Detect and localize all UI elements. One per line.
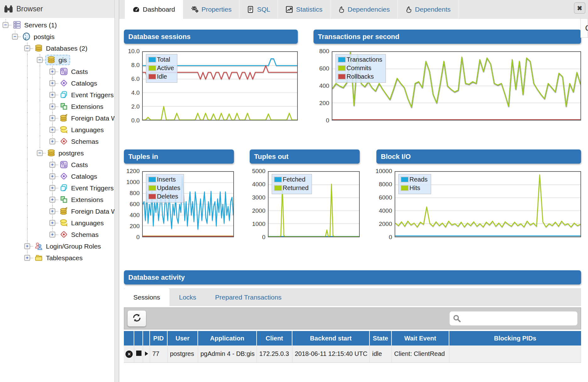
refresh-button[interactable]: [127, 310, 146, 327]
tree-guide: [27, 217, 28, 229]
activity-tab-prepared-transactions[interactable]: Prepared Transactions: [206, 288, 291, 306]
hand-icon: [338, 6, 345, 13]
y-axis-labels: 8006004002000: [313, 51, 332, 121]
expand-toggle-icon[interactable]: +: [49, 185, 55, 191]
activity-tab-strip: SessionsLocksPrepared Transactions: [124, 288, 581, 306]
collapse-toggle-icon[interactable]: −: [37, 57, 43, 63]
y-tick-label: 0: [389, 234, 392, 241]
legend-swatch: [338, 74, 346, 80]
tab-properties[interactable]: Properties: [183, 0, 240, 19]
app-window: Browser −Servers (1)−postgis−Databases (…: [0, 0, 588, 382]
expand-toggle-icon[interactable]: +: [49, 197, 55, 203]
sidebar-item-extensions[interactable]: +Extensions: [0, 194, 114, 205]
sidebar-item-postgis[interactable]: −postgis: [0, 31, 114, 42]
close-icon[interactable]: ✖: [574, 2, 585, 14]
sidebar-item-event-triggers[interactable]: +Event Triggers: [0, 182, 114, 194]
expand-toggle-icon[interactable]: +: [24, 243, 30, 249]
plot-area-block-io: ReadsHits: [395, 171, 581, 237]
cell-wait-event: Client: ClientRead: [391, 345, 449, 362]
tree-guide: [40, 66, 40, 77]
sidebar-item-servers-1[interactable]: −Servers (1): [0, 19, 114, 31]
sidebar-item-casts[interactable]: +Casts: [0, 159, 114, 171]
sidebar-item-catalogs[interactable]: +Catalogs: [0, 171, 114, 182]
y-tick-label: 0: [136, 234, 140, 241]
tree-item-label: Schemas: [71, 231, 99, 239]
tree-guide: [27, 182, 28, 194]
casts-icon: [59, 160, 69, 169]
expand-toggle-icon[interactable]: +: [24, 255, 30, 261]
database-activity-title: Database activity: [124, 270, 581, 284]
search-input[interactable]: [449, 311, 578, 326]
expand-toggle-icon[interactable]: +: [49, 173, 55, 179]
expand-toggle-icon[interactable]: +: [49, 80, 55, 86]
tab-dashboard[interactable]: Dashboard: [125, 0, 183, 19]
sidebar-item-gis[interactable]: −gis: [0, 54, 114, 66]
y-tick-label: 0: [262, 234, 265, 241]
dashboard-icon: [132, 6, 140, 13]
legend-swatch: [148, 74, 156, 80]
sidebar-item-catalogs[interactable]: +Catalogs: [0, 77, 114, 89]
sidebar-item-foreign-data-wrappers[interactable]: +Foreign Data Wrappers: [0, 205, 114, 217]
tab-statistics[interactable]: Statistics: [278, 0, 330, 19]
activity-tab-sessions[interactable]: Sessions: [124, 288, 169, 306]
tree-guide: [40, 136, 40, 147]
sidebar-item-foreign-data-wrappers[interactable]: +Foreign Data Wrappers: [0, 112, 114, 124]
sidebar-item-languages[interactable]: +Languages: [0, 217, 114, 229]
collapse-toggle-icon[interactable]: −: [24, 45, 30, 51]
expand-toggle-icon[interactable]: +: [49, 127, 55, 133]
sidebar-item-event-triggers[interactable]: +Event Triggers: [0, 89, 114, 101]
activity-tab-locks[interactable]: Locks: [169, 288, 206, 306]
column-header-icon: [124, 331, 134, 345]
tree-item-label: Languages: [71, 126, 104, 134]
sessions-table: PIDUserApplicationClientBackend startSta…: [124, 331, 581, 363]
y-tick-label: 10000: [375, 168, 392, 175]
chart-tuples-out: Tuples out500040003000200010000FetchedRe…: [250, 149, 360, 237]
browser-sidebar: Browser −Servers (1)−postgis−Databases (…: [0, 0, 115, 382]
expand-toggle-icon[interactable]: +: [49, 232, 55, 238]
tree-item-label: Casts: [71, 68, 88, 76]
tab-sql[interactable]: SQL: [239, 0, 278, 19]
plot-area-tuples-out: FetchedReturned: [268, 171, 360, 237]
expand-row-icon[interactable]: [143, 345, 150, 362]
cancel-session-icon[interactable]: ✕: [124, 345, 134, 362]
expand-toggle-icon[interactable]: +: [49, 208, 55, 214]
y-tick-label: 8000: [379, 181, 392, 188]
legend-label: Deletes: [157, 193, 178, 200]
column-header-icon: [143, 331, 150, 345]
panel-splitter[interactable]: [115, 0, 119, 382]
chart-title-transactions-per-second: Transactions per second: [313, 30, 581, 44]
expand-toggle-icon[interactable]: +: [49, 104, 55, 110]
legend-swatch: [338, 65, 346, 71]
sidebar-item-login-group-roles[interactable]: +Login/Group Roles: [0, 240, 114, 252]
collapse-toggle-icon[interactable]: −: [37, 150, 43, 156]
sidebar-item-schemas[interactable]: +Schemas: [0, 136, 114, 147]
tab-dependents[interactable]: Dependents: [398, 0, 458, 19]
legend-label: Reads: [409, 176, 428, 183]
chart-title-tuples-out: Tuples out: [250, 149, 360, 164]
expand-toggle-icon[interactable]: +: [49, 115, 55, 121]
sidebar-item-databases-2[interactable]: −Databases (2): [0, 42, 114, 54]
collapse-toggle-icon[interactable]: −: [3, 22, 8, 28]
sidebar-item-extensions[interactable]: +Extensions: [0, 101, 114, 112]
database-icon: [34, 44, 44, 53]
legend-tuples-in: InsertsUpdatesDeletes: [146, 174, 184, 203]
partial-button[interactable]: C: [580, 18, 588, 38]
plot-area-database-sessions: TotalActiveIdle: [142, 51, 298, 121]
expand-toggle-icon[interactable]: +: [49, 69, 55, 75]
sidebar-item-schemas[interactable]: +Schemas: [0, 229, 114, 240]
expand-toggle-icon[interactable]: +: [49, 220, 55, 226]
sidebar-item-casts[interactable]: +Casts: [0, 66, 114, 77]
legend-swatch: [148, 65, 156, 71]
expand-toggle-icon[interactable]: +: [49, 138, 55, 144]
tab-dependencies[interactable]: Dependencies: [330, 0, 398, 19]
sidebar-item-postgres[interactable]: −postgres: [0, 147, 114, 159]
tree-guide: [27, 229, 28, 240]
sidebar-item-tablespaces[interactable]: +Tablespaces: [0, 252, 114, 264]
expand-toggle-icon[interactable]: +: [49, 92, 55, 98]
sidebar-item-languages[interactable]: +Languages: [0, 124, 114, 136]
column-header-application: Application: [198, 331, 257, 345]
legend-swatch: [148, 57, 156, 63]
stop-session-icon[interactable]: [134, 345, 143, 362]
expand-toggle-icon[interactable]: +: [49, 162, 55, 168]
collapse-toggle-icon[interactable]: −: [12, 34, 18, 40]
